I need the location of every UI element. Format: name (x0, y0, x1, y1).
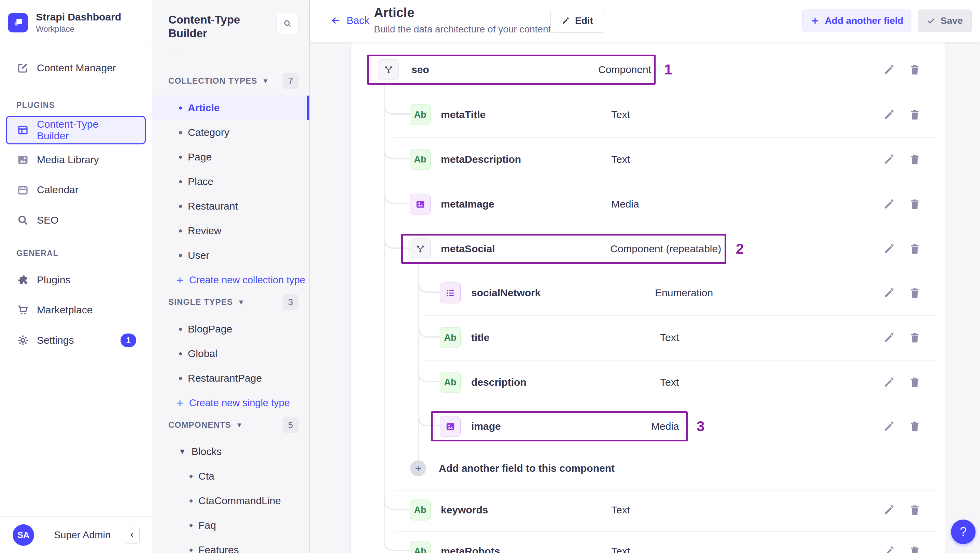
edit-field-button[interactable] (883, 198, 896, 211)
add-field-label: Add another field (825, 15, 903, 26)
add-another-field-button[interactable]: Add another field (802, 10, 912, 32)
delete-field-button[interactable] (908, 420, 921, 433)
field-type: Enumeration (655, 287, 713, 299)
subnav-item-user[interactable]: User (152, 243, 309, 268)
search-button[interactable] (277, 13, 298, 34)
nav-label: Marketplace (37, 304, 92, 316)
edit-field-button[interactable] (883, 331, 896, 344)
edit-button[interactable]: Edit (550, 9, 604, 33)
edit-field-button[interactable] (883, 504, 896, 516)
nav-item-content-manager[interactable]: Content Manager (0, 54, 152, 82)
group-label: SINGLE TYPES (168, 297, 233, 307)
delete-field-button[interactable] (908, 286, 921, 299)
field-name: metaDescription (441, 154, 521, 165)
edit-label: Edit (575, 15, 593, 26)
edit-field-button[interactable] (883, 286, 896, 299)
subnav-item-place[interactable]: Place (152, 169, 309, 194)
delete-field-button[interactable] (908, 376, 921, 389)
subnav-item-blogpage[interactable]: BlogPage (152, 317, 309, 342)
collapse-sidebar-button[interactable] (125, 526, 140, 544)
subnav-item-restaurant[interactable]: Restaurant (152, 194, 309, 218)
nav-item-seo[interactable]: SEO (0, 206, 152, 235)
delete-field-button[interactable] (908, 108, 921, 121)
tree-elbow (384, 494, 410, 510)
bullet-icon (179, 377, 182, 380)
group-components[interactable]: COMPONENTS ▼ 5 (152, 417, 309, 433)
field-type: Text (660, 332, 679, 343)
field-type: Component (598, 64, 651, 75)
delete-field-button[interactable] (908, 331, 921, 344)
subnav-item-article[interactable]: Article (152, 95, 309, 120)
edit-field-button[interactable] (883, 108, 896, 121)
subnav-item-global[interactable]: Global (152, 342, 309, 366)
nav-item-marketplace[interactable]: Marketplace (0, 296, 152, 324)
help-button[interactable]: ? (951, 520, 975, 544)
create-single-type-link[interactable]: + Create new single type (152, 391, 309, 415)
tree-elbow (418, 322, 440, 338)
back-label: Back (347, 15, 369, 26)
content-type-builder-icon (16, 124, 29, 137)
avatar[interactable]: SA (13, 524, 34, 546)
add-component-field-label[interactable]: Add another field to this component (439, 462, 615, 474)
subnav-item-page[interactable]: Page (152, 145, 309, 169)
edit-field-button[interactable] (883, 242, 896, 255)
nav-item-settings[interactable]: Settings 1 (0, 326, 152, 355)
brand: Strapi Dashboard Workplace (0, 0, 152, 45)
edit-field-button[interactable] (883, 545, 896, 553)
component-category-blocks[interactable]: ▼ Blocks (152, 439, 309, 464)
group-label: COMPONENTS (168, 420, 231, 430)
delete-field-button[interactable] (908, 242, 921, 255)
nav-item-content-type-builder[interactable]: Content-Type Builder (6, 116, 146, 145)
bullet-icon (189, 524, 192, 527)
user-name: Super Admin (54, 529, 111, 541)
edit-field-button[interactable] (883, 420, 896, 433)
save-button[interactable]: Save (918, 10, 972, 32)
field-type: Text (611, 109, 630, 121)
subnav-item-review[interactable]: Review (152, 218, 309, 243)
subnav-item-label: Features (198, 544, 239, 553)
edit-field-button[interactable] (883, 376, 896, 389)
tree-elbow (384, 188, 410, 204)
group-collection-types[interactable]: COLLECTION TYPES ▼ 7 (152, 73, 309, 89)
nav-item-media-library[interactable]: Media Library (0, 145, 152, 174)
save-label: Save (940, 15, 963, 26)
nav-label: SEO (37, 215, 58, 226)
group-single-types[interactable]: SINGLE TYPES ▼ 3 (152, 294, 309, 310)
media-field-icon (410, 194, 431, 215)
cart-icon (16, 304, 29, 316)
subnav-item-faq[interactable]: Faq (152, 513, 309, 538)
delete-field-button[interactable] (908, 153, 921, 166)
subnav-item-features[interactable]: Features (152, 538, 309, 553)
edit-field-button[interactable] (883, 63, 896, 76)
subnav-item-cta[interactable]: Cta (152, 464, 309, 488)
delete-field-button[interactable] (908, 198, 921, 211)
collection-count-badge: 7 (283, 73, 298, 89)
nav-item-plugins[interactable]: Plugins (0, 265, 152, 294)
subnav-item-category[interactable]: Category (152, 120, 309, 145)
text-field-icon: Ab (410, 105, 431, 125)
subnav-item-label: Review (188, 225, 221, 237)
puzzle-icon (16, 273, 29, 286)
calendar-icon (16, 183, 29, 196)
brand-workspace: Workplace (36, 24, 121, 34)
delete-field-button[interactable] (908, 545, 921, 553)
edit-field-button[interactable] (883, 153, 896, 166)
text-field-icon: Ab (410, 149, 431, 170)
back-link[interactable]: Back (330, 15, 369, 26)
field-name: image (471, 421, 501, 432)
tree-elbow (418, 367, 440, 382)
field-name: metaImage (441, 198, 495, 210)
create-collection-type-link[interactable]: + Create new collection type (152, 268, 309, 292)
bullet-icon (189, 499, 192, 502)
plus-icon (810, 16, 820, 25)
delete-field-button[interactable] (908, 63, 921, 76)
subnav-item-ctacommandline[interactable]: CtaCommandLine (152, 488, 309, 513)
subnav-item-restaurantpage[interactable]: RestaurantPage (152, 366, 309, 391)
subnav-item-label: BlogPage (188, 323, 232, 335)
subnav-item-label: Cta (198, 470, 215, 482)
add-component-field-button[interactable]: + (410, 461, 426, 477)
delete-field-button[interactable] (908, 504, 921, 516)
nav-item-calendar[interactable]: Calendar (0, 175, 152, 204)
field-type: Text (611, 545, 630, 553)
components-count-badge: 5 (283, 417, 298, 433)
